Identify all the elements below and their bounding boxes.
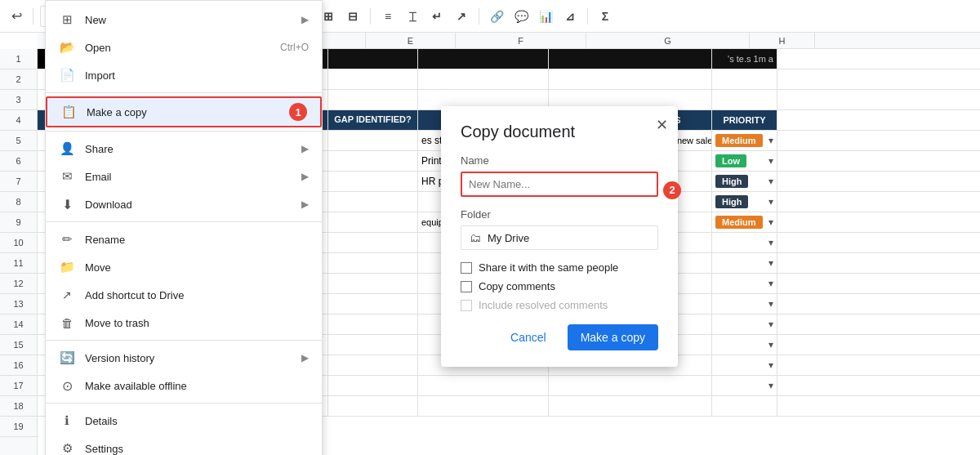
include-resolved-label: Include resolved comments [479, 299, 608, 311]
dialog-actions: Cancel Make a copy [461, 324, 658, 350]
dialog-name-label: Name [461, 154, 658, 167]
dialog-name-input[interactable] [461, 172, 658, 197]
dialog-title: Copy document [461, 123, 658, 141]
dialog-overlay: ✕ Copy document Name 2 Folder 🗂 My Drive… [0, 0, 980, 455]
step-badge-2: 2 [663, 181, 681, 199]
copy-dialog: ✕ Copy document Name 2 Folder 🗂 My Drive… [441, 106, 678, 367]
include-resolved-checkbox[interactable] [461, 300, 472, 311]
folder-icon: 🗂 [470, 231, 481, 244]
include-resolved-checkbox-row: Include resolved comments [461, 299, 658, 311]
copy-comments-checkbox-row: Copy comments [461, 280, 658, 292]
dialog-folder-label: Folder [461, 208, 658, 221]
copy-comments-label: Copy comments [479, 280, 555, 292]
folder-selector[interactable]: 🗂 My Drive [461, 225, 658, 250]
folder-name: My Drive [488, 232, 529, 244]
cancel-button[interactable]: Cancel [497, 324, 559, 350]
dialog-close-button[interactable]: ✕ [656, 116, 668, 134]
make-copy-button[interactable]: Make a copy [568, 324, 658, 350]
share-checkbox-row: Share it with the same people [461, 261, 658, 274]
share-checkbox[interactable] [461, 262, 472, 274]
share-label: Share it with the same people [479, 261, 618, 274]
copy-comments-checkbox[interactable] [461, 281, 472, 292]
